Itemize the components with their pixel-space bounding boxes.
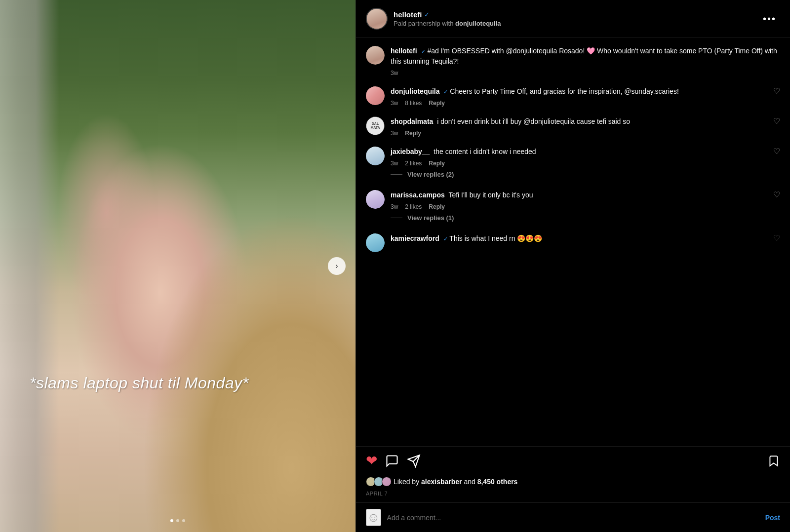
caption-verified: ✓ (421, 48, 426, 54)
comment-body-donjulio: donjuliotequila ✓ Cheers to Party Time O… (391, 86, 767, 107)
comments-panel: hellotefi ✓ Paid partnership with donjul… (356, 0, 790, 532)
comment-heart-1[interactable]: ♡ (773, 86, 780, 107)
comment-text-kamie: kamiecrawford ✓ This is what I need rn 😍… (391, 234, 542, 242)
view-replies-marissa[interactable]: View replies (1) (391, 214, 767, 222)
reply-button-1[interactable]: Reply (429, 100, 445, 107)
comment-avatar-kamie[interactable] (366, 233, 385, 252)
comment-row: jaxiebaby__ the content i didn't know i … (366, 147, 780, 180)
comment-likes-4: 2 likes (405, 203, 422, 210)
comment-body-kamie: kamiecrawford ✓ This is what I need rn 😍… (391, 233, 767, 252)
emoji-button[interactable]: ☺ (366, 509, 381, 526)
partnership-text: Paid partnership with donjuliotequila (394, 20, 759, 27)
comment-heart-5[interactable]: ♡ (773, 233, 780, 252)
caption-username[interactable]: hellotefi (391, 47, 417, 55)
comment-time-1: 3w (391, 100, 398, 107)
action-bar: ❤ (356, 446, 790, 475)
comment-input-bar: ☺ Post (356, 502, 790, 532)
action-icons: ❤ (366, 453, 767, 469)
more-options-button[interactable]: ••• (759, 11, 780, 27)
view-replies-text-2[interactable]: View replies (1) (407, 214, 454, 222)
comment-text-marissa: marissa.campos Tefi I'll buy it only bc … (391, 191, 533, 199)
likes-row: Liked by alexisbarber and 8,450 others (356, 475, 790, 491)
dot-1 (170, 519, 173, 522)
comment-button[interactable] (385, 454, 399, 468)
likes-avatars (366, 477, 390, 487)
comment-avatar-donjulio[interactable] (366, 86, 385, 105)
poster-avatar (366, 8, 388, 30)
header-info: hellotefi ✓ Paid partnership with donjul… (394, 10, 759, 27)
likes-count: 8,450 others (477, 478, 518, 486)
dot-2 (176, 519, 179, 522)
comment-heart-3[interactable]: ♡ (773, 147, 780, 180)
bookmark-icon (767, 455, 780, 467)
reply-button-3[interactable]: Reply (429, 160, 445, 167)
comment-meta-marissa: 3w 2 likes Reply (391, 203, 767, 210)
caption-meta: 3w (391, 70, 780, 76)
comment-heart-4[interactable]: ♡ (773, 190, 780, 224)
comment-time-4: 3w (391, 203, 398, 210)
comment-time-2: 3w (391, 130, 398, 137)
comment-likes-3: 2 likes (405, 160, 422, 167)
view-replies-line (391, 218, 402, 218)
comment-body-shopdalmata: shopdalmata i don't even drink but i'll … (391, 116, 767, 137)
dot-3 (182, 519, 185, 522)
comment-avatar-jaxie[interactable] (366, 147, 385, 165)
comment-time-3: 3w (391, 160, 398, 167)
comment-text-jaxie: jaxiebaby__ the content i didn't know i … (391, 148, 536, 155)
caption-comment: hellotefi ✓ #ad I'm OBSESSED with @donju… (366, 46, 780, 76)
comment-username-kamie[interactable]: kamiecrawford (391, 234, 439, 242)
comment-icon (385, 454, 399, 468)
comment-username-shopdalmata[interactable]: shopdalmata (391, 117, 433, 125)
comment-likes-1: 8 likes (405, 100, 422, 107)
reply-button-4[interactable]: Reply (429, 203, 445, 210)
poster-avatar-container[interactable] (366, 8, 388, 30)
comment-meta-donjulio: 3w 8 likes Reply (391, 100, 767, 107)
view-replies-line (391, 174, 402, 175)
username-row: hellotefi ✓ (394, 10, 759, 19)
post-date: APRIL 7 (356, 491, 790, 502)
likes-user[interactable]: alexisbarber (421, 478, 462, 486)
comment-meta-jaxie: 3w 2 likes Reply (391, 160, 767, 167)
comment-body-jaxie: jaxiebaby__ the content i didn't know i … (391, 147, 767, 180)
comment-row-cutoff: kamiecrawford ✓ This is what I need rn 😍… (366, 233, 780, 252)
view-replies-text-1[interactable]: View replies (2) (407, 171, 454, 178)
caption-avatar[interactable] (366, 46, 385, 65)
post-image-panel: *slams laptop shut til Monday* › (0, 0, 356, 532)
liker-avatar-3 (382, 477, 392, 487)
comment-username-marissa[interactable]: marissa.campos (391, 191, 445, 199)
poster-username[interactable]: hellotefi (394, 10, 422, 19)
share-icon (407, 454, 421, 468)
heart-icon: ❤ (366, 453, 377, 469)
caption-body: hellotefi ✓ #ad I'm OBSESSED with @donju… (391, 46, 780, 76)
comment-input[interactable] (387, 514, 759, 522)
like-button[interactable]: ❤ (366, 453, 377, 469)
comment-username-donjulio[interactable]: donjuliotequila (391, 87, 440, 95)
comment-avatar-marissa[interactable] (366, 190, 385, 209)
comment-text-shopdalmata: shopdalmata i don't even drink but i'll … (391, 117, 630, 125)
comment-heart-2[interactable]: ♡ (773, 116, 780, 137)
likes-text[interactable]: Liked by alexisbarber and 8,450 others (394, 478, 517, 486)
image-overlay-text: *slams laptop shut til Monday* (30, 373, 306, 394)
verified-badge: ✓ (424, 11, 430, 18)
next-image-button[interactable]: › (328, 257, 346, 275)
comments-scroll-area[interactable]: hellotefi ✓ #ad I'm OBSESSED with @donju… (356, 38, 790, 446)
share-button[interactable] (407, 454, 421, 468)
comment-username-jaxie[interactable]: jaxiebaby__ (391, 148, 430, 155)
view-replies-jaxie[interactable]: View replies (2) (391, 171, 767, 178)
comment-avatar-shopdalmata[interactable]: DALMATA (366, 116, 385, 135)
caption-time: 3w (391, 70, 398, 76)
bookmark-button[interactable] (767, 455, 780, 467)
comment-row: donjuliotequila ✓ Cheers to Party Time O… (366, 86, 780, 107)
post-header: hellotefi ✓ Paid partnership with donjul… (356, 0, 790, 38)
comment-body-marissa: marissa.campos Tefi I'll buy it only bc … (391, 190, 767, 224)
comment-row: marissa.campos Tefi I'll buy it only bc … (366, 190, 780, 224)
caption-text: hellotefi ✓ #ad I'm OBSESSED with @donju… (391, 47, 777, 65)
partner-name[interactable]: donjuliotequila (455, 20, 501, 27)
comment-text-donjulio: donjuliotequila ✓ Cheers to Party Time O… (391, 87, 679, 95)
post-comment-button[interactable]: Post (765, 514, 780, 522)
image-dots (170, 519, 185, 522)
comment-meta-shopdalmata: 3w Reply (391, 130, 767, 137)
comment-row: DALMATA shopdalmata i don't even drink b… (366, 116, 780, 137)
reply-button-2[interactable]: Reply (405, 130, 421, 137)
